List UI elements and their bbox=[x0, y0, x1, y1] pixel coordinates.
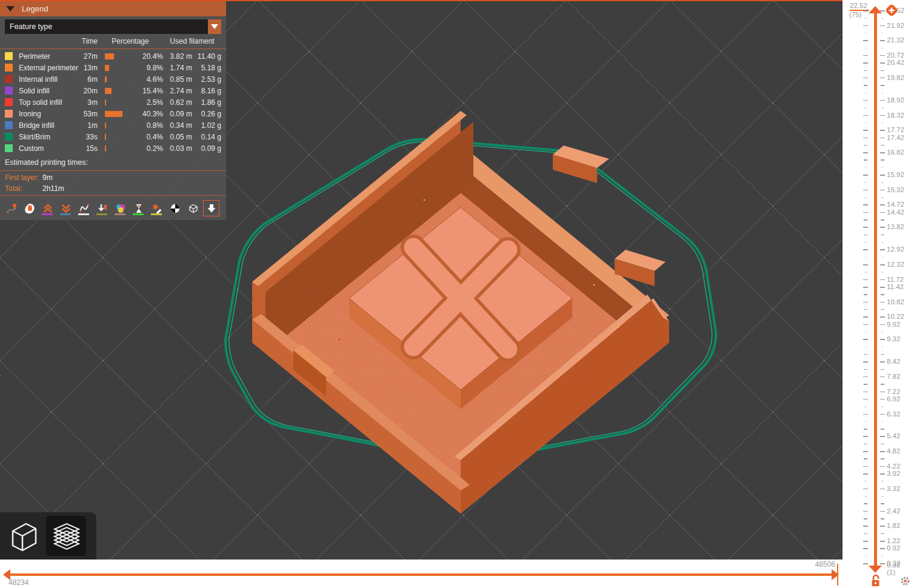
feature-length: 2.74 m bbox=[163, 87, 192, 95]
upper-thumb-arrow[interactable] bbox=[869, 6, 882, 13]
layer-tick-label: 5.42 bbox=[887, 432, 900, 439]
custom-gcode-icon[interactable] bbox=[148, 200, 165, 216]
layer-tick bbox=[880, 511, 885, 512]
view-type-select[interactable]: Feature type bbox=[5, 19, 221, 34]
feature-length: 3.82 m bbox=[163, 52, 192, 61]
seams-icon[interactable] bbox=[76, 200, 92, 216]
time-value: 2h11m bbox=[42, 184, 64, 193]
editor-view-button[interactable] bbox=[4, 516, 44, 556]
move-slider-track[interactable] bbox=[8, 573, 834, 576]
layer-tick-label: 7.22 bbox=[887, 388, 900, 395]
layer-tick bbox=[863, 249, 868, 250]
layer-tick bbox=[863, 227, 868, 228]
layer-tick bbox=[880, 563, 885, 564]
feature-length: 0.09 m bbox=[163, 110, 192, 118]
feature-length: 0.05 m bbox=[163, 133, 192, 141]
tool-marker-icon[interactable] bbox=[185, 200, 201, 216]
layer-tick bbox=[880, 100, 885, 101]
layer-tick bbox=[882, 332, 884, 333]
layer-tick bbox=[881, 70, 884, 72]
layer-tick bbox=[880, 152, 885, 153]
feature-label: Custom bbox=[19, 144, 79, 153]
layer-tick bbox=[881, 369, 884, 370]
layer-tick bbox=[880, 279, 885, 281]
layer-tick bbox=[881, 294, 884, 295]
layer-tick-label: 6.92 bbox=[887, 395, 900, 403]
dropdown-button[interactable] bbox=[208, 19, 221, 34]
feature-label: Internal infill bbox=[19, 75, 79, 84]
layer-tick bbox=[865, 18, 867, 19]
layer-tick bbox=[882, 242, 884, 243]
shells-icon[interactable] bbox=[167, 200, 183, 216]
collapse-arrow-icon[interactable] bbox=[6, 6, 15, 12]
layer-tick bbox=[865, 122, 867, 124]
layer-slider-track[interactable] bbox=[874, 10, 877, 570]
feature-time: 3m bbox=[79, 98, 98, 107]
layer-tick-label: 1.82 bbox=[887, 522, 900, 529]
layer-tick bbox=[881, 354, 884, 355]
pause-prints-icon[interactable] bbox=[130, 200, 147, 216]
feature-row: Internal infill6m4.6%0.85 m2.53 g bbox=[0, 73, 226, 85]
layer-tick bbox=[864, 235, 867, 236]
layer-tick bbox=[882, 272, 884, 273]
layer-tick bbox=[863, 526, 868, 527]
layer-tick bbox=[882, 18, 884, 19]
preview-options-toolbar bbox=[0, 197, 226, 220]
layer-tick bbox=[865, 182, 867, 183]
layer-tick bbox=[863, 10, 868, 12]
feature-time: 33s bbox=[79, 133, 98, 141]
layer-tick bbox=[865, 242, 867, 243]
feature-percentage: 2.5% bbox=[139, 98, 163, 107]
printing-time-row: Total:2h11m bbox=[0, 183, 226, 194]
feature-percentage: 0.2% bbox=[139, 144, 163, 153]
move-max-label: 48506 bbox=[788, 560, 835, 569]
feature-weight: 8.16 g bbox=[192, 87, 221, 95]
layer-tick bbox=[882, 122, 884, 124]
feature-bar bbox=[105, 53, 139, 59]
layer-tick bbox=[882, 481, 884, 482]
feature-length: 1.74 m bbox=[163, 64, 192, 72]
layer-tick bbox=[863, 473, 868, 475]
legend-titlebar[interactable]: Legend bbox=[0, 1, 226, 16]
lower-thumb-arrow[interactable] bbox=[869, 566, 882, 573]
legend-toggle-icon[interactable] bbox=[203, 200, 219, 216]
col-percentage: Percentage bbox=[98, 37, 163, 45]
feature-percentage: 0.8% bbox=[139, 121, 163, 130]
feature-bar bbox=[105, 65, 139, 71]
layer-tick bbox=[865, 481, 867, 482]
layer-tick bbox=[863, 541, 868, 542]
deretractions-icon[interactable] bbox=[58, 200, 74, 216]
layer-tick-label: 12.92 bbox=[887, 246, 904, 253]
preview-view-button[interactable] bbox=[46, 516, 86, 556]
layer-tick bbox=[880, 204, 885, 205]
layer-tick bbox=[882, 93, 884, 94]
layer-tick bbox=[863, 316, 868, 318]
layer-tick bbox=[881, 384, 884, 385]
layer-tick bbox=[863, 40, 868, 41]
estimated-times-title: Estimated printing times: bbox=[0, 154, 226, 169]
layer-tick bbox=[880, 78, 885, 79]
layer-tick-label: 10.82 bbox=[887, 298, 904, 306]
layer-tick bbox=[880, 414, 885, 415]
layer-tick bbox=[881, 533, 884, 535]
layer-tick bbox=[865, 48, 867, 49]
feature-time: 1m bbox=[79, 121, 98, 130]
layer-tick bbox=[864, 294, 867, 295]
feature-time: 15s bbox=[79, 144, 98, 153]
layer-tick bbox=[882, 197, 884, 198]
add-color-change-icon[interactable] bbox=[884, 3, 899, 18]
tool-changes-icon[interactable] bbox=[94, 200, 110, 216]
layer-tick bbox=[882, 167, 884, 169]
layer-tick bbox=[863, 414, 868, 415]
current-top-z: 22.52 bbox=[850, 2, 867, 9]
layer-tick bbox=[865, 167, 867, 169]
layer-tick-label: 21.92 bbox=[887, 22, 904, 29]
layer-tick bbox=[863, 451, 868, 452]
color-changes-icon[interactable] bbox=[112, 200, 128, 216]
gear-icon[interactable] bbox=[900, 576, 910, 587]
lock-icon[interactable] bbox=[870, 574, 881, 588]
layer-tick-label: 13.82 bbox=[887, 223, 904, 230]
wipe-icon[interactable] bbox=[21, 200, 38, 216]
travels-icon[interactable] bbox=[3, 200, 19, 216]
retractions-icon[interactable] bbox=[39, 200, 56, 216]
